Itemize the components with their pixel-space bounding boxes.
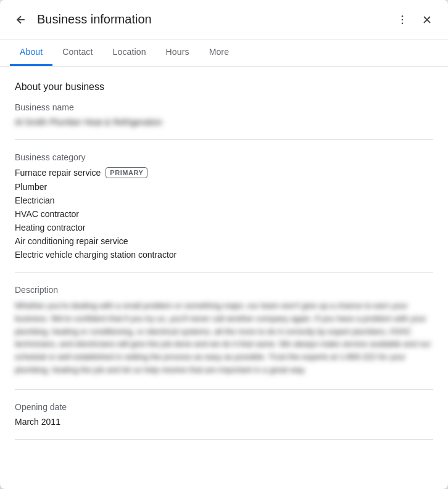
header-actions [391, 9, 438, 31]
tab-location[interactable]: Location [103, 39, 156, 66]
back-button[interactable] [10, 9, 32, 31]
about-section: About your business Business name Al Smi… [0, 67, 448, 140]
opening-date-value: March 2011 [15, 417, 433, 427]
description-label: Description [15, 285, 433, 295]
modal-title: Business information [37, 12, 391, 27]
opening-date-section: Opening date March 2011 [0, 390, 448, 454]
svg-point-1 [402, 18, 404, 20]
category-name-furnace: Furnace repair service [15, 168, 101, 178]
description-value: Whether you're dealing with a small prob… [15, 300, 433, 377]
category-name-heating: Heating contractor [15, 223, 85, 232]
category-item-ac: Air conditioning repair service [15, 236, 433, 246]
category-name-ac: Air conditioning repair service [15, 236, 128, 246]
svg-point-2 [402, 22, 404, 24]
category-name-plumber: Plumber [15, 182, 47, 192]
category-item-electrician: Electrician [15, 195, 433, 205]
business-name-field: Business name Al Smith Plumber Heat & Re… [15, 102, 433, 127]
category-item-ev: Electric vehicle charging station contra… [15, 250, 433, 260]
business-name-label: Business name [15, 102, 433, 112]
category-item-hvac: HVAC contractor [15, 209, 433, 219]
tab-more[interactable]: More [199, 39, 239, 66]
business-category-section: Business category Furnace repair service… [0, 140, 448, 273]
opening-date-label: Opening date [15, 402, 433, 412]
category-list: Furnace repair service PRIMARY Plumber E… [15, 167, 433, 260]
category-item-plumber: Plumber [15, 182, 433, 192]
svg-point-0 [402, 15, 404, 17]
about-section-title: About your business [15, 81, 433, 92]
category-name-electrician: Electrician [15, 195, 55, 205]
description-section: Description Whether you're dealing with … [0, 273, 448, 390]
more-options-button[interactable] [391, 9, 413, 31]
business-name-value: Al Smith Plumber Heat & Refrigeration [15, 117, 433, 127]
category-item-heating: Heating contractor [15, 223, 433, 232]
tab-contact[interactable]: Contact [52, 39, 102, 66]
primary-badge: PRIMARY [106, 167, 147, 178]
category-name-hvac: HVAC contractor [15, 209, 79, 219]
modal-container: Business information About Contact Locat… [0, 0, 448, 489]
tabs-bar: About Contact Location Hours More [0, 39, 448, 67]
tab-hours[interactable]: Hours [156, 39, 199, 66]
content-area[interactable]: About your business Business name Al Smi… [0, 67, 448, 489]
category-item-furnace: Furnace repair service PRIMARY [15, 167, 433, 178]
modal-header: Business information [0, 0, 448, 39]
category-name-ev: Electric vehicle charging station contra… [15, 250, 176, 260]
divider-4 [15, 439, 433, 440]
business-category-label: Business category [15, 152, 433, 162]
close-button[interactable] [416, 9, 438, 31]
tab-about[interactable]: About [10, 39, 52, 66]
